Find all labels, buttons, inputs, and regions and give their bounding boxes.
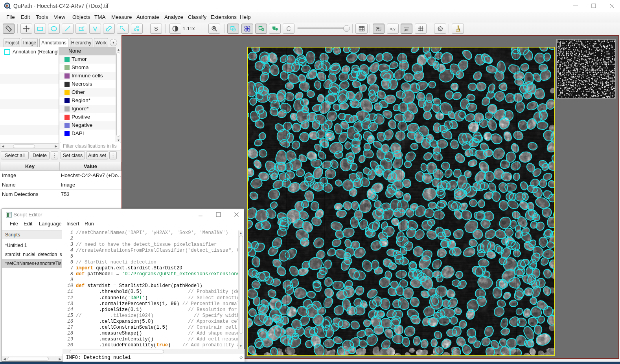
svg-text:S: S	[154, 25, 158, 32]
svg-text:x,y: x,y	[390, 26, 396, 31]
svg-text:C: C	[286, 26, 291, 32]
svg-text:μm: μm	[404, 27, 410, 32]
